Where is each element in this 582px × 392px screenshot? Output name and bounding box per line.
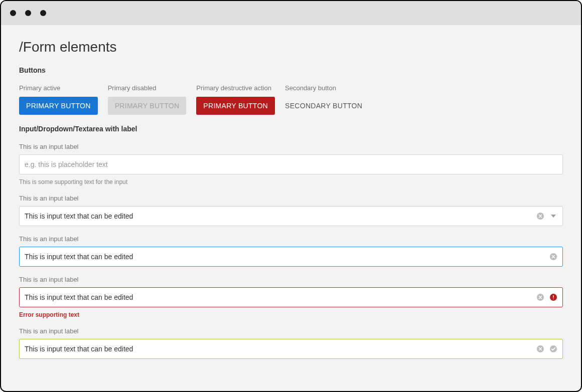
button-label: Secondary button — [285, 84, 362, 92]
dropdown-wrap — [19, 206, 563, 226]
input-wrap-focused — [19, 247, 563, 267]
button-col-primary-active: Primary active PRIMARY BUTTON — [19, 84, 98, 115]
input-label: This is an input label — [19, 235, 563, 243]
primary-disabled-button: PRIMARY BUTTON — [108, 97, 187, 115]
input-error-text: Error supporting text — [19, 311, 563, 318]
input-label: This is an input label — [19, 194, 563, 202]
button-col-primary-destructive: Primary destructive action PRIMARY BUTTO… — [196, 84, 275, 115]
text-input[interactable] — [25, 247, 544, 266]
input-wrap-default — [19, 154, 563, 174]
clear-icon[interactable] — [536, 212, 544, 220]
page-content: /Form elements Buttons Primary active PR… — [1, 25, 581, 382]
input-field-error: This is an input label Error supporting … — [19, 276, 563, 318]
input-field-success: This is an input label — [19, 327, 563, 359]
input-field-default: This is an input label This is some supp… — [19, 143, 563, 185]
primary-active-button[interactable]: PRIMARY BUTTON — [19, 97, 98, 115]
clear-icon[interactable] — [536, 293, 544, 301]
text-input[interactable] — [25, 339, 531, 358]
input-wrap-success — [19, 339, 563, 359]
clear-icon[interactable] — [536, 345, 544, 353]
button-label: Primary active — [19, 84, 98, 92]
buttons-heading: Buttons — [19, 66, 563, 74]
input-label: This is an input label — [19, 276, 563, 283]
button-col-secondary: Secondary button SECONDARY BUTTON — [285, 84, 362, 115]
dropdown-input[interactable] — [25, 207, 531, 226]
button-label: Primary disabled — [108, 84, 187, 92]
text-input[interactable] — [25, 288, 531, 307]
chevron-down-icon[interactable] — [549, 212, 557, 220]
success-check-icon — [549, 345, 557, 353]
input-wrap-error — [19, 287, 563, 307]
input-label: This is an input label — [19, 327, 563, 335]
window-control-close[interactable] — [10, 10, 16, 16]
window-control-maximize[interactable] — [40, 10, 46, 16]
page-title: /Form elements — [19, 39, 563, 55]
button-label: Primary destructive action — [196, 84, 275, 92]
input-support-text: This is some supporting text for the inp… — [19, 178, 563, 185]
primary-destructive-button[interactable]: PRIMARY BUTTON — [196, 97, 275, 115]
error-icon — [549, 293, 557, 301]
input-field-focused: This is an input label — [19, 235, 563, 267]
buttons-row: Primary active PRIMARY BUTTON Primary di… — [19, 84, 563, 115]
text-input[interactable] — [25, 155, 557, 174]
window-control-minimize[interactable] — [25, 10, 31, 16]
input-label: This is an input label — [19, 143, 563, 150]
inputs-heading: Input/Dropdown/Textarea with label — [19, 125, 563, 133]
svg-rect-4 — [553, 295, 554, 298]
secondary-button[interactable]: SECONDARY BUTTON — [285, 97, 362, 115]
svg-rect-5 — [553, 299, 554, 300]
button-col-primary-disabled: Primary disabled PRIMARY BUTTON — [108, 84, 187, 115]
clear-icon[interactable] — [549, 253, 557, 261]
window-titlebar — [1, 1, 581, 25]
input-field-dropdown: This is an input label — [19, 194, 563, 226]
window-frame: /Form elements Buttons Primary active PR… — [0, 0, 582, 392]
